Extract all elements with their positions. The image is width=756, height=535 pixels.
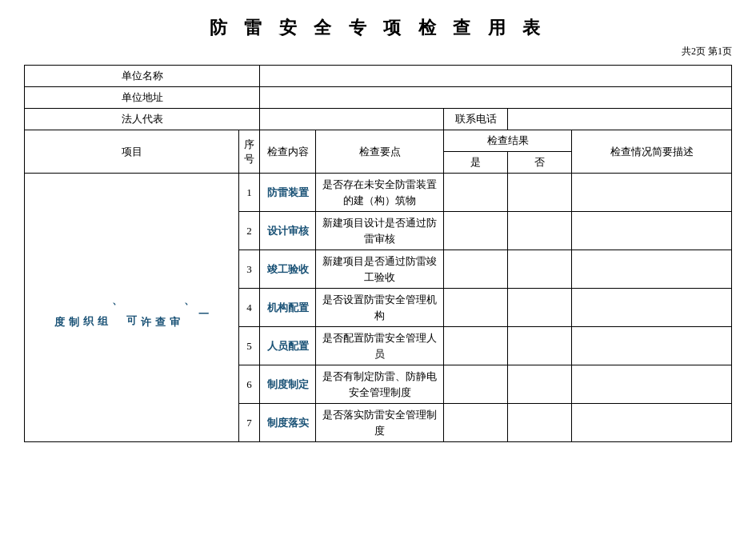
col-seq-header: 序号 (239, 130, 260, 174)
phone-label: 联系电话 (444, 109, 508, 130)
table-row: 一、审查许可、组织制度 1 防雷装置 是否存在未安全防雷装置的建（构）筑物 (25, 174, 732, 212)
row-no-4 (508, 289, 572, 327)
col-project-header: 项目 (25, 130, 239, 174)
col-desc-header: 检查情况简要描述 (572, 130, 732, 174)
row-no-2 (508, 212, 572, 250)
row-desc-1 (572, 174, 732, 212)
row-points-2: 新建项目设计是否通过防雷审核 (316, 212, 444, 250)
row-yes-1 (444, 174, 508, 212)
row-yes-3 (444, 250, 508, 289)
row-seq-6: 6 (239, 365, 260, 404)
row-seq-2: 2 (239, 212, 260, 250)
unit-name-label: 单位名称 (25, 66, 260, 87)
col-header-row1: 项目 序号 检查内容 检查要点 检查结果 检查情况简要描述 (25, 130, 732, 152)
unit-name-row: 单位名称 (25, 66, 732, 87)
page-info: 共2页 第1页 (24, 45, 732, 58)
col-result-header: 检查结果 (444, 130, 572, 152)
row-points-5: 是否配置防雷安全管理人员 (316, 327, 444, 365)
row-desc-5 (572, 327, 732, 365)
row-seq-7: 7 (239, 404, 260, 442)
row-no-6 (508, 365, 572, 404)
row-yes-5 (444, 327, 508, 365)
row-content-3: 竣工验收 (260, 250, 316, 289)
row-seq-1: 1 (239, 174, 260, 212)
row-no-5 (508, 327, 572, 365)
row-no-3 (508, 250, 572, 289)
row-desc-3 (572, 250, 732, 289)
legal-rep-row: 法人代表 联系电话 (25, 109, 732, 130)
row-points-6: 是否有制定防雷、防静电安全管理制度 (316, 365, 444, 404)
row-points-7: 是否落实防雷安全管理制度 (316, 404, 444, 442)
row-points-4: 是否设置防雷安全管理机构 (316, 289, 444, 327)
row-content-2: 设计审核 (260, 212, 316, 250)
col-no-header: 否 (508, 152, 572, 174)
row-desc-7 (572, 404, 732, 442)
row-yes-2 (444, 212, 508, 250)
main-table: 单位名称 单位地址 法人代表 联系电话 项目 序号 检查内容 检查要点 检查结果… (24, 65, 732, 442)
row-yes-4 (444, 289, 508, 327)
row-content-7: 制度落实 (260, 404, 316, 442)
legal-rep-label: 法人代表 (25, 109, 260, 130)
row-content-5: 人员配置 (260, 327, 316, 365)
row-yes-7 (444, 404, 508, 442)
row-points-1: 是否存在未安全防雷装置的建（构）筑物 (316, 174, 444, 212)
row-content-1: 防雷装置 (260, 174, 316, 212)
row-seq-5: 5 (239, 327, 260, 365)
unit-address-value (260, 87, 732, 109)
row-no-7 (508, 404, 572, 442)
col-content-header: 检查内容 (260, 130, 316, 174)
unit-name-value (260, 66, 732, 87)
phone-value (508, 109, 732, 130)
row-points-3: 新建项目是否通过防雷竣工验收 (316, 250, 444, 289)
col-points-header: 检查要点 (316, 130, 444, 174)
legal-rep-value (260, 109, 444, 130)
row-desc-6 (572, 365, 732, 404)
row-content-4: 机构配置 (260, 289, 316, 327)
page-title: 防 雷 安 全 专 项 检 查 用 表 (24, 16, 732, 40)
unit-address-label: 单位地址 (25, 87, 260, 109)
unit-address-row: 单位地址 (25, 87, 732, 109)
row-seq-3: 3 (239, 250, 260, 289)
row-content-6: 制度制定 (260, 365, 316, 404)
col-yes-header: 是 (444, 152, 508, 174)
row-seq-4: 4 (239, 289, 260, 327)
section-label: 一、审查许可、组织制度 (25, 174, 239, 442)
row-yes-6 (444, 365, 508, 404)
row-desc-4 (572, 289, 732, 327)
row-desc-2 (572, 212, 732, 250)
row-no-1 (508, 174, 572, 212)
